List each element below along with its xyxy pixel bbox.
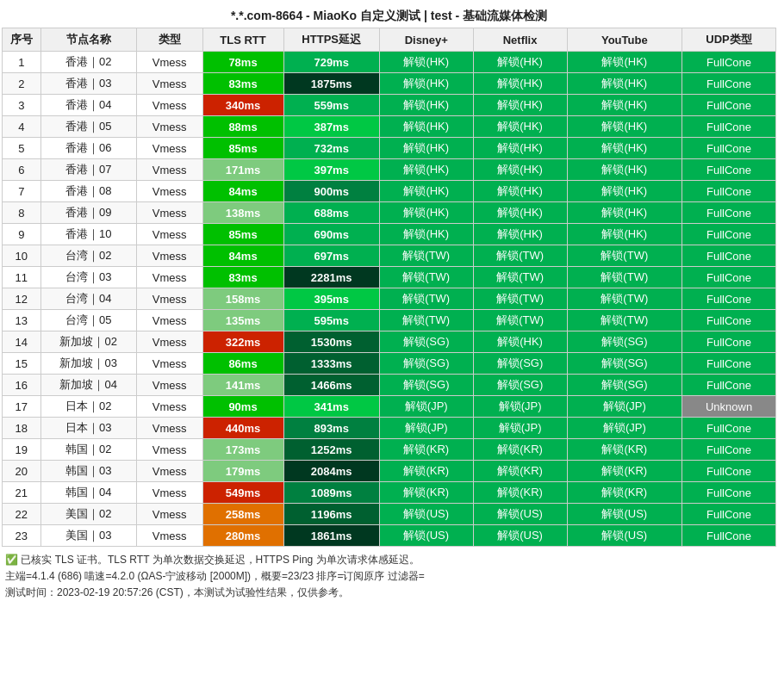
cell-name: 韩国｜03 — [40, 461, 136, 482]
cell-seq: 16 — [3, 375, 41, 396]
table-row: 2香港｜03Vmess83ms1875ms解锁(HK)解锁(HK)解锁(HK)F… — [3, 73, 776, 95]
cell-type: Vmess — [136, 353, 202, 375]
cell-netflix: 解锁(HK) — [473, 116, 567, 138]
cell-name: 台湾｜04 — [40, 288, 136, 310]
cell-tls-rtt: 322ms — [202, 331, 283, 353]
footer: ✅ 已核实 TLS 证书。TLS RTT 为单次数据交换延迟，HTTPS Pin… — [2, 547, 776, 604]
cell-netflix: 解锁(KR) — [473, 439, 567, 461]
cell-disney: 解锁(TW) — [379, 245, 473, 267]
cell-https-delay: 900ms — [283, 181, 379, 202]
cell-youtube: 解锁(TW) — [567, 310, 682, 331]
cell-name: 台湾｜05 — [40, 310, 136, 331]
cell-netflix: 解锁(US) — [473, 525, 567, 547]
cell-youtube: 解锁(HK) — [567, 73, 682, 95]
cell-seq: 9 — [3, 224, 41, 245]
cell-type: Vmess — [136, 267, 202, 288]
table-row: 3香港｜04Vmess340ms559ms解锁(HK)解锁(HK)解锁(HK)F… — [3, 95, 776, 116]
cell-type: Vmess — [136, 482, 202, 504]
col-name: 节点名称 — [40, 28, 136, 52]
cell-youtube: 解锁(SG) — [567, 331, 682, 353]
cell-https-delay: 1861ms — [283, 525, 379, 547]
cell-netflix: 解锁(JP) — [473, 396, 567, 418]
cell-udp: FullCone — [682, 461, 776, 482]
cell-https-delay: 732ms — [283, 138, 379, 159]
table-row: 21韩国｜04Vmess549ms1089ms解锁(KR)解锁(KR)解锁(KR… — [3, 482, 776, 504]
cell-https-delay: 729ms — [283, 52, 379, 73]
cell-type: Vmess — [136, 461, 202, 482]
cell-netflix: 解锁(HK) — [473, 331, 567, 353]
cell-disney: 解锁(KR) — [379, 461, 473, 482]
footer-line2: 主端=4.1.4 (686) 喵速=4.2.0 (ΩAS-宁波移动 [2000M… — [5, 568, 773, 585]
table-row: 22美国｜02Vmess258ms1196ms解锁(US)解锁(US)解锁(US… — [3, 504, 776, 525]
cell-udp: FullCone — [682, 116, 776, 138]
col-https-delay: HTTPS延迟 — [283, 28, 379, 52]
cell-disney: 解锁(SG) — [379, 353, 473, 375]
cell-name: 香港｜02 — [40, 52, 136, 73]
cell-https-delay: 341ms — [283, 396, 379, 418]
cell-type: Vmess — [136, 73, 202, 95]
cell-name: 美国｜03 — [40, 525, 136, 547]
cell-tls-rtt: 173ms — [202, 439, 283, 461]
cell-tls-rtt: 171ms — [202, 159, 283, 181]
cell-youtube: 解锁(KR) — [567, 461, 682, 482]
cell-seq: 13 — [3, 310, 41, 331]
cell-name: 香港｜03 — [40, 73, 136, 95]
cell-type: Vmess — [136, 52, 202, 73]
col-netflix: Netflix — [473, 28, 567, 52]
cell-udp: FullCone — [682, 353, 776, 375]
cell-youtube: 解锁(JP) — [567, 418, 682, 439]
cell-disney: 解锁(US) — [379, 525, 473, 547]
cell-tls-rtt: 138ms — [202, 202, 283, 224]
cell-disney: 解锁(US) — [379, 504, 473, 525]
cell-seq: 15 — [3, 353, 41, 375]
cell-name: 新加坡｜03 — [40, 353, 136, 375]
cell-youtube: 解锁(KR) — [567, 482, 682, 504]
cell-netflix: 解锁(HK) — [473, 181, 567, 202]
cell-type: Vmess — [136, 224, 202, 245]
cell-name: 新加坡｜02 — [40, 331, 136, 353]
cell-https-delay: 397ms — [283, 159, 379, 181]
table-row: 7香港｜08Vmess84ms900ms解锁(HK)解锁(HK)解锁(HK)Fu… — [3, 181, 776, 202]
cell-netflix: 解锁(HK) — [473, 224, 567, 245]
cell-disney: 解锁(HK) — [379, 116, 473, 138]
cell-netflix: 解锁(SG) — [473, 375, 567, 396]
cell-netflix: 解锁(TW) — [473, 310, 567, 331]
cell-https-delay: 387ms — [283, 116, 379, 138]
cell-disney: 解锁(HK) — [379, 52, 473, 73]
col-type: 类型 — [136, 28, 202, 52]
cell-seq: 23 — [3, 525, 41, 547]
cell-disney: 解锁(HK) — [379, 159, 473, 181]
footer-line1: ✅ 已核实 TLS 证书。TLS RTT 为单次数据交换延迟，HTTPS Pin… — [5, 552, 773, 568]
cell-udp: FullCone — [682, 310, 776, 331]
cell-youtube: 解锁(TW) — [567, 245, 682, 267]
cell-tls-rtt: 90ms — [202, 396, 283, 418]
cell-type: Vmess — [136, 159, 202, 181]
cell-type: Vmess — [136, 95, 202, 116]
cell-youtube: 解锁(HK) — [567, 116, 682, 138]
col-tls-rtt: TLS RTT — [202, 28, 283, 52]
cell-disney: 解锁(TW) — [379, 288, 473, 310]
cell-youtube: 解锁(TW) — [567, 288, 682, 310]
footer-line3: 测试时间：2023-02-19 20:57:26 (CST)，本测试为试验性结果… — [5, 585, 773, 601]
cell-tls-rtt: 78ms — [202, 52, 283, 73]
table-header: 序号 节点名称 类型 TLS RTT HTTPS延迟 Disney+ Netfl… — [3, 28, 776, 52]
cell-type: Vmess — [136, 181, 202, 202]
cell-seq: 1 — [3, 52, 41, 73]
cell-tls-rtt: 85ms — [202, 138, 283, 159]
cell-youtube: 解锁(TW) — [567, 267, 682, 288]
cell-seq: 20 — [3, 461, 41, 482]
cell-type: Vmess — [136, 418, 202, 439]
cell-tls-rtt: 88ms — [202, 116, 283, 138]
cell-udp: FullCone — [682, 267, 776, 288]
cell-youtube: 解锁(KR) — [567, 439, 682, 461]
cell-name: 香港｜06 — [40, 138, 136, 159]
cell-disney: 解锁(TW) — [379, 267, 473, 288]
table-row: 4香港｜05Vmess88ms387ms解锁(HK)解锁(HK)解锁(HK)Fu… — [3, 116, 776, 138]
cell-name: 香港｜05 — [40, 116, 136, 138]
cell-disney: 解锁(HK) — [379, 138, 473, 159]
cell-udp: FullCone — [682, 181, 776, 202]
table-row: 18日本｜03Vmess440ms893ms解锁(JP)解锁(JP)解锁(JP)… — [3, 418, 776, 439]
cell-https-delay: 2084ms — [283, 461, 379, 482]
cell-udp: FullCone — [682, 138, 776, 159]
cell-https-delay: 2281ms — [283, 267, 379, 288]
